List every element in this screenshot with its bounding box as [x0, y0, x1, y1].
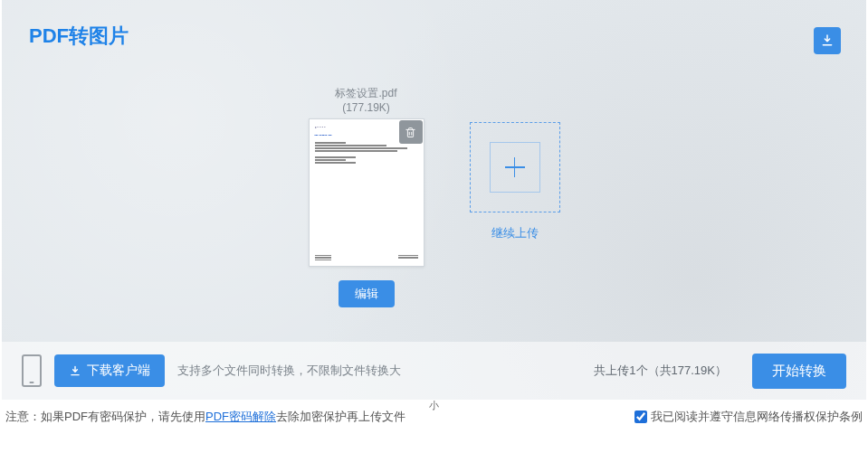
content-area: 标签设置.pdf (177.19K) ▸ ▪ ▪ ▪ ▪▪▪ ▪▪▪ ▪▪▪▪▪… [29, 86, 839, 307]
edit-button[interactable]: 编辑 [339, 280, 395, 307]
file-item: 标签设置.pdf (177.19K) ▸ ▪ ▪ ▪ ▪▪▪ ▪▪▪ ▪▪▪▪▪… [309, 86, 424, 307]
add-more-box[interactable] [470, 122, 560, 212]
download-client-button[interactable]: 下载客户端 [54, 354, 165, 387]
download-icon [69, 364, 81, 377]
download-tip: 支持多个文件同时转换，不限制文件转换大 [177, 363, 401, 379]
start-convert-button[interactable]: 开始转换 [752, 354, 846, 389]
phone-icon [22, 354, 42, 387]
agree-wrap[interactable]: 我已阅读并遵守信息网络传播权保护条例 [634, 409, 863, 425]
upload-summary: 共上传1个（共177.19K） [594, 363, 727, 379]
page-title: PDF转图片 [29, 23, 839, 50]
small-hint: 小 [429, 399, 439, 412]
bottom-bar: 下载客户端 支持多个文件同时转换，不限制文件转换大 共上传1个（共177.19K… [2, 342, 866, 400]
notice-suffix: 去除加密保护再上传文件 [276, 409, 405, 425]
download-top-button[interactable] [814, 27, 841, 54]
file-name: 标签设置.pdf [309, 86, 424, 101]
download-icon [820, 33, 835, 48]
add-more-label: 继续上传 [470, 225, 560, 241]
download-client-label: 下载客户端 [87, 363, 150, 379]
notice-prefix: 注意：如果PDF有密码保护，请先使用 [5, 409, 205, 425]
file-size: (177.19K) [309, 101, 424, 114]
thumbnail-wrap: ▸ ▪ ▪ ▪ ▪▪▪ ▪▪▪ ▪▪▪▪▪▪ ▪▪▪ [309, 118, 424, 267]
agree-label: 我已阅读并遵守信息网络传播权保护条例 [651, 409, 863, 425]
agree-checkbox[interactable] [634, 411, 647, 423]
pdf-password-remove-link[interactable]: PDF密码解除 [205, 409, 276, 425]
add-more-area[interactable]: 继续上传 [470, 122, 560, 307]
main-panel: PDF转图片 标签设置.pdf (177.19K) ▸ ▪ ▪ ▪ ▪▪▪ ▪▪… [2, 0, 866, 400]
delete-file-button[interactable] [399, 120, 423, 144]
trash-icon [404, 126, 417, 139]
plus-icon [490, 142, 540, 193]
